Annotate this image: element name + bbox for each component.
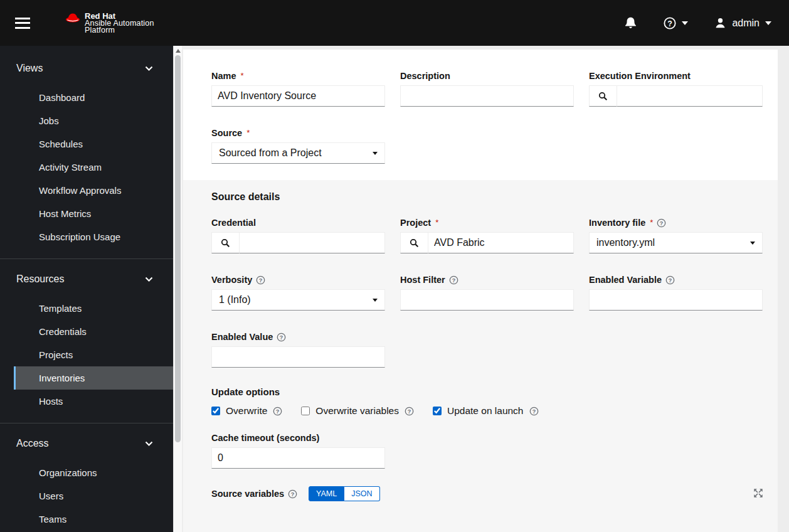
update-on-launch-checkbox[interactable] <box>433 407 442 415</box>
brand-text: Red Hat Ansible Automation Platform <box>85 12 154 35</box>
verbosity-select[interactable]: 1 (Info) <box>211 289 385 311</box>
sidebar-group-views[interactable]: Views <box>0 56 173 81</box>
help-icon[interactable]: ? <box>449 275 458 285</box>
sidebar-item-subscription-usage[interactable]: Subscription Usage <box>14 225 173 248</box>
enabled-value-input[interactable] <box>211 346 385 368</box>
sidebar-item-teams[interactable]: Teams <box>14 508 173 531</box>
username-label: admin <box>732 18 760 29</box>
body-row: ViewsDashboardJobsSchedulesActivity Stre… <box>0 46 789 532</box>
search-icon <box>598 92 608 101</box>
execution-environment-search-button[interactable] <box>589 85 617 107</box>
top-navbar: Red Hat Ansible Automation Platform ? <box>0 0 789 46</box>
sidebar-scrollbar[interactable] <box>173 46 182 532</box>
enabled-variable-input[interactable] <box>589 289 763 311</box>
sidebar-item-host-metrics[interactable]: Host Metrics <box>14 202 173 225</box>
chevron-down-icon <box>145 277 153 282</box>
help-icon[interactable]: ? <box>529 407 539 416</box>
inventory-file-select[interactable]: inventory.yml <box>589 232 763 253</box>
help-icon[interactable]: ? <box>288 489 297 499</box>
source-select-value: Sourced from a Project <box>219 147 322 159</box>
execution-environment-field: Execution Environment <box>589 71 763 107</box>
notifications-button[interactable] <box>624 16 637 29</box>
help-icon[interactable]: ? <box>665 275 675 285</box>
sidebar-item-dashboard[interactable]: Dashboard <box>14 86 173 109</box>
caret-down-icon <box>373 299 378 302</box>
sidebar-group-label: Views <box>16 63 43 74</box>
source-label: Source <box>211 128 242 138</box>
description-input[interactable] <box>400 85 574 107</box>
overwrite-variables-label: Overwrite variables <box>315 405 399 417</box>
sidebar-item-inventories[interactable]: Inventories <box>14 366 173 390</box>
json-toggle-button[interactable]: JSON <box>344 486 379 501</box>
sidebar-item-organizations[interactable]: Organizations <box>14 461 173 484</box>
update-options-row: Overwrite ? Overwrite variables ? <box>211 405 763 417</box>
sidebar-item-credentials[interactable]: Credentials <box>14 320 173 343</box>
source-details-title: Source details <box>211 191 763 203</box>
credential-label: Credential <box>211 218 256 228</box>
sidebar-group-items: DashboardJobsSchedulesActivity StreamWor… <box>0 81 173 251</box>
sidebar-item-workflow-approvals[interactable]: Workflow Approvals <box>14 179 173 202</box>
svg-text:?: ? <box>280 334 283 340</box>
inventory-file-field: Inventory file * ? inventory.yml <box>589 218 763 253</box>
help-icon[interactable]: ? <box>273 407 282 416</box>
help-icon[interactable]: ? <box>657 218 666 228</box>
help-icon[interactable]: ? <box>277 332 286 342</box>
sidebar-item-hosts[interactable]: Hosts <box>14 390 173 413</box>
sidebar-item-activity-stream[interactable]: Activity Stream <box>14 156 173 179</box>
overwrite-option: Overwrite ? <box>211 405 282 417</box>
inventory-source-form-card: Name * Description <box>183 50 778 532</box>
sidebar-group-access[interactable]: Access <box>0 431 173 456</box>
sidebar-group-label: Access <box>16 438 49 449</box>
sidebar-item-projects[interactable]: Projects <box>14 343 173 366</box>
search-icon <box>410 238 419 248</box>
sidebar-item-users[interactable]: Users <box>14 484 173 508</box>
update-on-launch-option: Update on launch ? <box>433 405 539 417</box>
name-label: Name <box>211 71 236 81</box>
description-field: Description <box>400 71 574 107</box>
svg-text:?: ? <box>660 220 664 226</box>
project-search-button[interactable] <box>400 232 428 253</box>
required-asterisk: * <box>650 218 653 227</box>
credential-input[interactable] <box>240 232 385 253</box>
sidebar-item-schedules[interactable]: Schedules <box>14 132 173 156</box>
credential-search-button[interactable] <box>211 232 240 253</box>
host-filter-input[interactable] <box>400 289 574 311</box>
overwrite-variables-checkbox[interactable] <box>301 407 310 415</box>
svg-text:?: ? <box>669 277 672 283</box>
project-input[interactable] <box>428 232 574 253</box>
nav-toggle-button[interactable] <box>15 14 30 31</box>
sidebar-item-jobs[interactable]: Jobs <box>14 109 173 132</box>
execution-environment-input[interactable] <box>617 85 763 107</box>
source-details-section: Source details Credential <box>183 180 778 532</box>
enabled-value-field: Enabled Value ? <box>211 332 385 368</box>
source-select[interactable]: Sourced from a Project <box>211 142 385 164</box>
svg-text:?: ? <box>276 408 280 414</box>
main-content: Name * Description <box>182 46 789 532</box>
required-asterisk: * <box>435 218 438 227</box>
name-input[interactable] <box>211 85 385 107</box>
user-menu-button[interactable]: admin <box>714 17 771 29</box>
form-top-section: Name * Description <box>183 50 778 180</box>
sidebar-group-resources[interactable]: Resources <box>0 267 173 292</box>
expand-editor-button[interactable] <box>753 488 763 500</box>
chevron-down-icon <box>145 66 153 72</box>
yaml-toggle-button[interactable]: YAML <box>309 486 344 501</box>
app-root: Red Hat Ansible Automation Platform ? <box>0 0 789 532</box>
navbar-right-group: ? admin <box>624 16 771 29</box>
scrollbar-thumb[interactable] <box>175 55 181 442</box>
svg-text:?: ? <box>452 277 455 283</box>
question-circle-icon: ? <box>664 17 676 29</box>
sidebar-item-templates[interactable]: Templates <box>14 297 173 320</box>
description-label: Description <box>400 71 450 81</box>
cache-timeout-label: Cache timeout (seconds) <box>211 433 319 443</box>
project-field: Project * <box>400 218 574 253</box>
cache-timeout-input[interactable] <box>211 447 385 469</box>
sidebar-group-items: OrganizationsUsersTeams <box>0 456 173 532</box>
verbosity-label: Verbosity <box>211 275 252 285</box>
scrollbar-up-arrow-icon[interactable] <box>176 49 181 53</box>
help-menu-button[interactable]: ? <box>664 17 688 29</box>
help-icon[interactable]: ? <box>405 407 414 416</box>
overwrite-checkbox[interactable] <box>211 407 220 415</box>
help-icon[interactable]: ? <box>256 275 265 285</box>
enabled-value-label: Enabled Value <box>211 332 273 342</box>
